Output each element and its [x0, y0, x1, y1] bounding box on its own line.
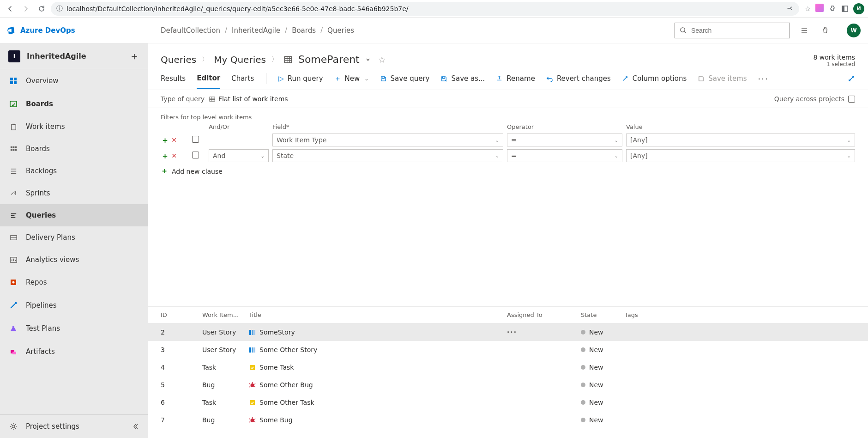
table-row[interactable]: 3 User Story Some Other Story New	[148, 341, 868, 359]
insert-clause-button[interactable]: ＋	[161, 136, 169, 144]
field-dropdown[interactable]: Work Item Type⌄	[272, 134, 503, 146]
breadcrumb-my-queries[interactable]: My Queries	[214, 54, 266, 65]
cell-id: 4	[161, 364, 202, 371]
nav-project-settings[interactable]: Project settings	[0, 415, 148, 438]
svg-rect-21	[12, 352, 16, 354]
product-title: Azure DevOps	[20, 26, 75, 35]
remove-clause-button[interactable]: ✕	[170, 136, 178, 144]
sidebar: I InheritedAgile ＋ Overview Boards Work …	[0, 43, 148, 438]
col-assigned[interactable]: Assigned To	[507, 311, 581, 318]
cross-projects-checkbox[interactable]	[848, 96, 855, 103]
marketplace-icon[interactable]	[821, 26, 829, 34]
search-box[interactable]	[675, 23, 790, 38]
chevron-down-icon[interactable]	[365, 57, 371, 62]
nav-sprints[interactable]: Sprints	[0, 182, 148, 204]
expand-icon[interactable]	[848, 75, 855, 88]
row-more-actions[interactable]: ···	[507, 328, 517, 336]
site-info-icon[interactable]: ⓘ	[56, 5, 63, 13]
breadcrumb-part[interactable]: InheritedAgile	[232, 26, 280, 35]
search-input[interactable]	[691, 27, 785, 34]
table-row[interactable]: 6 Task Some Other Task New	[148, 394, 868, 411]
clause-checkbox[interactable]	[192, 136, 199, 143]
tab-results[interactable]: Results	[161, 74, 186, 88]
cell-state: New	[581, 399, 625, 406]
nav-work-items[interactable]: Work items	[0, 116, 148, 138]
value-dropdown[interactable]: [Any]⌄	[626, 134, 855, 146]
user-avatar[interactable]: W	[847, 24, 861, 37]
nav-repos[interactable]: Repos	[0, 271, 148, 294]
nav-analytics-views[interactable]: Analytics views	[0, 249, 148, 271]
field-dropdown[interactable]: State⌄	[272, 149, 503, 162]
extensions-icon[interactable]	[828, 5, 837, 13]
operator-dropdown[interactable]: =⌄	[507, 134, 622, 146]
col-operator: Operator	[507, 123, 622, 130]
nav-test-plans[interactable]: Test Plans	[0, 317, 148, 340]
nav-overview[interactable]: Overview	[0, 69, 148, 92]
list-view-icon[interactable]	[800, 26, 808, 35]
value-dropdown[interactable]: [Any]⌄	[626, 149, 855, 162]
column-options-button[interactable]: Column options	[622, 74, 687, 88]
more-actions[interactable]: ···	[758, 74, 769, 89]
operator-dropdown[interactable]: =⌄	[507, 149, 622, 162]
top-breadcrumb: DefaultCollection / InheritedAgile / Boa…	[161, 26, 354, 35]
product-header: Azure DevOps DefaultCollection / Inherit…	[0, 18, 868, 43]
favorite-star-icon[interactable]: ☆	[378, 55, 386, 65]
breadcrumb-part[interactable]: Boards	[292, 26, 316, 35]
nav-pipelines[interactable]: Pipelines	[0, 294, 148, 317]
address-bar[interactable]: ⓘ localhost/DefaultCollection/InheritedA…	[51, 2, 799, 16]
task-icon	[248, 364, 256, 371]
table-row[interactable]: 2 User Story SomeStory ··· New	[148, 323, 868, 341]
col-title[interactable]: Title	[248, 311, 507, 318]
nav-queries[interactable]: Queries	[0, 204, 148, 226]
table-row[interactable]: 5 Bug Some Other Bug New	[148, 376, 868, 394]
panel-icon[interactable]	[841, 5, 849, 12]
browser-reload-button[interactable]	[35, 2, 48, 15]
col-state[interactable]: State	[581, 311, 625, 318]
project-plus-icon[interactable]: ＋	[129, 51, 139, 61]
add-clause-button[interactable]: ＋ Add new clause	[161, 166, 855, 176]
bug-icon	[248, 416, 256, 424]
rename-button[interactable]: Rename	[496, 74, 535, 88]
andor-dropdown[interactable]: And⌄	[209, 149, 269, 162]
logo[interactable]: Azure DevOps	[4, 25, 124, 36]
revert-button[interactable]: Revert changes	[546, 74, 611, 88]
chevron-down-icon: ⌄	[364, 76, 368, 82]
insert-clause-button[interactable]: ＋	[161, 152, 169, 160]
nav-backlogs[interactable]: Backlogs	[0, 160, 148, 182]
table-row[interactable]: 4 Task Some Task New	[148, 359, 868, 376]
button-label: Revert changes	[557, 74, 611, 83]
share-icon[interactable]	[786, 5, 794, 12]
remove-clause-button[interactable]: ✕	[170, 152, 178, 160]
browser-forward-button[interactable]	[19, 2, 32, 15]
clause-checkbox[interactable]	[192, 152, 199, 158]
cell-title: Some Other Bug	[248, 381, 507, 389]
tab-editor[interactable]: Editor	[197, 74, 220, 89]
svg-rect-3	[10, 78, 13, 80]
run-query-button[interactable]: ▷Run query	[278, 74, 323, 88]
save-query-button[interactable]: Save query	[380, 74, 430, 88]
breadcrumb-queries[interactable]: Queries	[161, 54, 196, 65]
nav-artifacts[interactable]: Artifacts	[0, 340, 148, 363]
browser-profile-avatar[interactable]: И	[853, 3, 864, 14]
browser-back-button[interactable]	[4, 2, 17, 15]
queries-icon	[8, 212, 18, 219]
extension-pink-icon[interactable]	[815, 4, 824, 13]
breadcrumb-part[interactable]: DefaultCollection	[161, 26, 220, 35]
col-tags[interactable]: Tags	[625, 311, 855, 318]
new-button[interactable]: ＋New⌄	[334, 74, 369, 89]
button-label: New	[345, 74, 360, 83]
nav-boards-sub[interactable]: Boards	[0, 138, 148, 160]
project-selector[interactable]: I InheritedAgile ＋	[0, 43, 148, 69]
nav-delivery-plans[interactable]: Delivery Plans	[0, 226, 148, 249]
save-as-button[interactable]: Save as...	[440, 74, 485, 88]
tab-charts[interactable]: Charts	[231, 74, 254, 88]
breadcrumb-part[interactable]: Queries	[327, 26, 354, 35]
col-type[interactable]: Work Item...	[202, 311, 248, 318]
col-id[interactable]: ID	[161, 311, 202, 318]
query-type-selector[interactable]: Flat list of work items	[208, 95, 289, 103]
svg-point-2	[681, 28, 685, 32]
nav-boards-group[interactable]: Boards	[0, 92, 148, 116]
collapse-icon[interactable]	[132, 423, 139, 430]
table-row[interactable]: 7 Bug Some Bug New	[148, 411, 868, 429]
bookmark-star-icon[interactable]: ☆	[805, 5, 811, 12]
